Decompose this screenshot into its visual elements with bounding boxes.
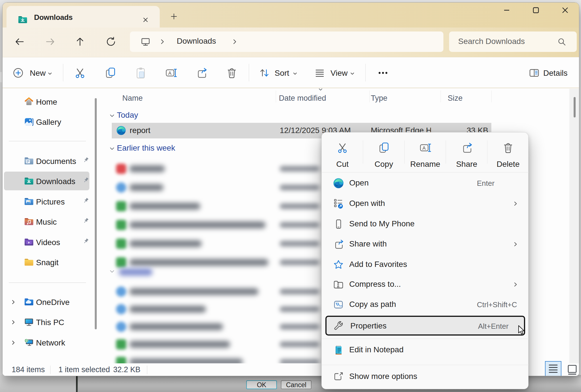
breadcrumb[interactable]: Downloads xyxy=(177,37,216,46)
sidebar-item-music[interactable]: Music xyxy=(4,214,89,231)
home-icon xyxy=(24,96,34,107)
context-menu-separator xyxy=(322,339,529,339)
address-bar[interactable]: Downloads xyxy=(130,31,443,52)
menu-item-properties[interactable]: Properties Alt+Enter xyxy=(325,316,525,336)
chevron-down-icon[interactable] xyxy=(109,113,115,119)
sidebar-item-videos[interactable]: Videos xyxy=(4,234,89,252)
sidebar-scrollbar[interactable] xyxy=(95,98,97,329)
breadcrumb-chevron-icon[interactable] xyxy=(231,38,238,45)
sidebar-item-label: Videos xyxy=(36,238,60,247)
file-list-scrollbar-thumb[interactable] xyxy=(574,97,576,117)
tab-downloads[interactable]: Downloads xyxy=(7,6,160,28)
sort-button[interactable]: Sort xyxy=(256,63,302,83)
context-cut-button[interactable]: Cut xyxy=(322,139,363,169)
screen: OK Cancel Downloads xyxy=(0,0,581,392)
column-separator[interactable] xyxy=(491,90,492,102)
minimize-button[interactable] xyxy=(500,5,513,16)
delete-icon[interactable] xyxy=(226,67,238,79)
column-separator[interactable] xyxy=(369,90,370,102)
menu-item-open-with[interactable]: Open with xyxy=(322,193,529,214)
search-input[interactable]: Search Downloads xyxy=(449,31,577,52)
onedrive-icon xyxy=(24,297,34,307)
group-header-redacted[interactable] xyxy=(107,265,192,279)
details-button[interactable]: Details xyxy=(526,63,574,83)
svg-text:A: A xyxy=(168,71,172,76)
sidebar-item-gallery[interactable]: Gallery xyxy=(4,114,89,132)
column-separator[interactable] xyxy=(441,90,441,102)
context-delete-label: Delete xyxy=(487,160,529,169)
forward-icon[interactable] xyxy=(45,37,55,47)
desktop-strip xyxy=(0,375,76,392)
menu-item-send-to-my-phone[interactable]: Send to My Phone xyxy=(322,214,529,234)
sort-icon xyxy=(259,67,270,79)
new-tab-icon[interactable] xyxy=(170,12,178,20)
column-header-size[interactable]: Size xyxy=(448,94,463,103)
sidebar-item-label: Music xyxy=(36,218,57,227)
close-button[interactable] xyxy=(558,5,572,16)
column-separator[interactable] xyxy=(276,90,276,102)
context-delete-button[interactable]: Delete xyxy=(487,139,529,169)
chevron-down-icon[interactable] xyxy=(109,146,115,151)
chevron-down-icon xyxy=(47,71,52,76)
menu-item-share-with[interactable]: Share with xyxy=(322,234,529,254)
menu-item-edit-in-notepad[interactable]: Edit in Notepad xyxy=(322,340,529,360)
context-share-button[interactable]: Share xyxy=(446,139,487,169)
wrench-icon xyxy=(333,320,344,332)
column-header-name[interactable]: Name xyxy=(122,94,143,103)
context-copy-button[interactable]: Copy xyxy=(363,139,405,169)
context-menu-separator xyxy=(322,172,529,172)
cut-icon[interactable] xyxy=(74,67,86,79)
refresh-icon[interactable] xyxy=(106,37,116,47)
search-placeholder: Search Downloads xyxy=(458,37,525,46)
sidebar-item-documents[interactable]: Documents xyxy=(4,153,89,171)
chevron-down-icon[interactable] xyxy=(109,269,115,274)
sidebar-item-pictures[interactable]: Pictures xyxy=(4,194,89,211)
large-thumbnails-view-toggle[interactable] xyxy=(567,364,578,376)
copy-icon[interactable] xyxy=(104,67,117,79)
downloads-folder-icon xyxy=(18,14,28,25)
file-list-scrollbar[interactable] xyxy=(569,89,579,363)
menu-item-add-to-favorites[interactable]: Add to Favorites xyxy=(322,254,529,275)
group-header-today[interactable]: Today xyxy=(107,110,192,123)
sidebar-item-home[interactable]: Home xyxy=(4,94,89,111)
context-menu-separator xyxy=(446,140,446,164)
new-button[interactable]: New xyxy=(11,63,59,83)
rename-icon[interactable]: A xyxy=(165,67,177,79)
this-pc-icon[interactable] xyxy=(141,37,150,47)
ok-button[interactable]: OK xyxy=(246,380,277,389)
sidebar-item-onedrive[interactable]: OneDrive xyxy=(4,294,89,312)
context-rename-button[interactable]: A Rename xyxy=(405,139,446,169)
cancel-button[interactable]: Cancel xyxy=(281,380,311,389)
chevron-right-icon[interactable] xyxy=(10,340,16,345)
items-count: 184 items xyxy=(12,365,45,374)
more-options-icon[interactable] xyxy=(377,67,389,79)
column-header-type[interactable]: Type xyxy=(371,94,388,103)
chevron-right-icon xyxy=(513,241,518,247)
pin-icon xyxy=(82,217,90,224)
sidebar-item-snagit[interactable]: Snagit xyxy=(4,254,89,272)
menu-item-compress-to[interactable]: Compress to... xyxy=(322,274,529,295)
menu-item-open[interactable]: Open Enter xyxy=(322,173,529,193)
maximize-button[interactable] xyxy=(529,5,543,16)
up-icon[interactable] xyxy=(75,37,85,47)
toolbar-separator xyxy=(365,64,366,81)
sidebar-item-downloads[interactable]: Downloads xyxy=(4,173,89,191)
details-view-toggle[interactable] xyxy=(545,361,561,376)
breadcrumb-chevron-icon[interactable] xyxy=(159,38,166,45)
paste-icon[interactable] xyxy=(134,67,147,79)
sidebar-item-this-pc[interactable]: This PC xyxy=(4,314,89,332)
search-icon[interactable] xyxy=(557,37,566,46)
back-icon[interactable] xyxy=(14,37,25,47)
chevron-right-icon[interactable] xyxy=(10,299,16,305)
share-icon[interactable] xyxy=(195,67,208,79)
sidebar-item-network[interactable]: Network xyxy=(4,335,89,352)
view-button[interactable]: View xyxy=(312,63,359,83)
menu-item-show-more-options[interactable]: Show more options xyxy=(322,366,529,387)
status-separator xyxy=(50,366,50,374)
tab-close-icon[interactable] xyxy=(142,16,149,23)
column-header-date[interactable]: Date modified xyxy=(279,94,326,103)
group-label: Earlier this week xyxy=(117,144,175,153)
group-header-earlier-this-week[interactable]: Earlier this week xyxy=(107,143,209,156)
menu-item-copy-as-path[interactable]: Copy as path Ctrl+Shift+C xyxy=(322,294,529,315)
chevron-right-icon[interactable] xyxy=(10,319,16,325)
